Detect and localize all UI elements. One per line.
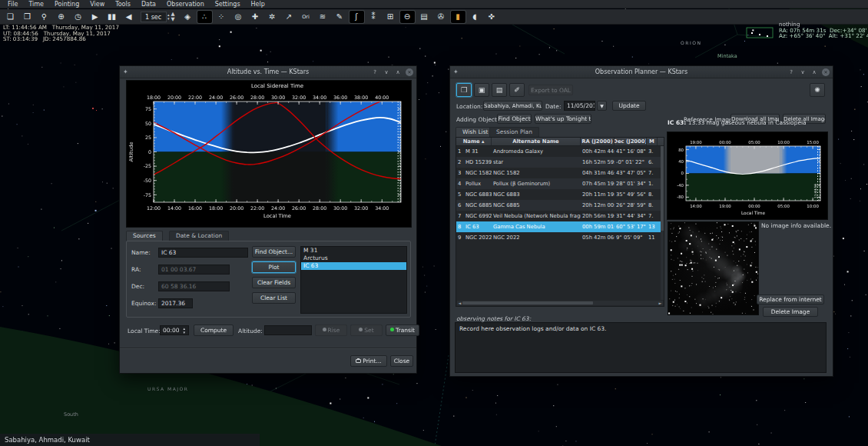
geo-location-icon[interactable]: ⊕ (54, 11, 68, 23)
table-row[interactable]: 7NGC 6992Veil Nebula (Network Nebula fra… (456, 211, 664, 221)
zoom-fit-icon[interactable]: ❏ (3, 11, 18, 23)
spinner-arrows-icon[interactable]: ▴▾ (182, 327, 186, 334)
object-list[interactable]: M 31ArcturusIC 63 (300, 246, 407, 314)
menu-file[interactable]: File (2, 1, 23, 8)
wizard-button[interactable]: ✐ (509, 83, 525, 97)
local-time-spinner[interactable]: 00:00 ▴▾ (160, 325, 189, 335)
horizontal-scrollbar[interactable]: ◄ ► (457, 301, 663, 305)
tab-date-location[interactable]: Date & Location (169, 231, 229, 241)
pause-time-icon[interactable]: ▮▮ (104, 11, 119, 23)
update-button[interactable]: Update (612, 101, 646, 111)
table-row[interactable]: 3NGC 1582NGC 158204h 31m 46s43° 47' 05"7… (456, 168, 664, 178)
altvstime-plot[interactable]: 12:0014:0016:0018:0020:0022:0024:0026:00… (126, 80, 412, 228)
compute-button[interactable]: Compute (194, 325, 234, 336)
whats-up-tonight-button[interactable]: What's up Tonight tool (535, 114, 591, 124)
scrollbar-thumb[interactable] (661, 146, 664, 231)
save-as-button[interactable]: ▤ (492, 83, 507, 97)
plot-button[interactable]: Plot (252, 261, 296, 273)
object-list-item[interactable]: M 31 (301, 247, 406, 255)
toggle-labels-icon[interactable]: ▤ (417, 11, 432, 23)
table-row[interactable]: 9NGC 2022NGC 202205h 42m 06s9° 05' 09"11 (456, 232, 664, 243)
shade-button[interactable]: ∨ (383, 68, 390, 76)
planner-titlebar[interactable]: ✦ Observation Planner — KStars ? ∨ ∧ ✕ (450, 66, 833, 78)
table-row[interactable]: 5NGC 6883NGC 688320h 11m 19s35° 49' 56"8… (456, 189, 664, 200)
table-row[interactable]: 8IC 63Gamma Cas Nebula00h 59m 01s60° 53'… (456, 221, 664, 232)
table-row[interactable]: 2HD 152391star16h 52m 59s-0° 01' 22"6. (456, 157, 664, 168)
object-list-item[interactable]: IC 63 (301, 262, 406, 270)
table-row[interactable]: 1M 31Andromeda Galaxy00h 42m 44s41° 16' … (456, 146, 664, 157)
toggle-stars-icon[interactable]: ∴ (197, 11, 212, 23)
toggle-ecliptic-icon[interactable]: ⊖ (400, 11, 415, 23)
scroll-left-icon[interactable]: ◄ (457, 301, 462, 305)
lock-frame-icon[interactable]: ✇ (434, 11, 449, 23)
maximize-button[interactable]: ∧ (810, 68, 818, 76)
help-button[interactable]: ? (787, 68, 795, 76)
menu-time[interactable]: Time (23, 1, 49, 8)
vertical-scrollbar[interactable] (661, 146, 664, 300)
toggle-deep-sky-icon[interactable]: ◎ (231, 11, 246, 23)
advance-time-icon[interactable]: ▶ (88, 11, 102, 23)
object-image[interactable] (668, 221, 759, 315)
dec-input[interactable]: 60 58 36.16 (158, 281, 230, 291)
toggle-constellation-art-icon[interactable]: ✎ (333, 11, 347, 23)
time-step-value[interactable]: 1 sec (141, 12, 167, 22)
toggle-grid-icon[interactable]: ⊞ (383, 11, 398, 23)
menu-observation[interactable]: Observation (161, 1, 210, 8)
altvstime-chart[interactable]: 12:0014:0016:0018:0020:0022:0024:0026:00… (127, 81, 411, 227)
find-object-icon[interactable]: ⚲ (37, 11, 51, 23)
print-button[interactable]: Print... (350, 355, 387, 367)
night-vision-icon[interactable]: ◖ (468, 11, 482, 23)
toggle-constellation-names-icon[interactable]: Ori (299, 11, 313, 23)
menu-data[interactable]: Data (136, 1, 161, 8)
open-list-button[interactable]: ❒ (456, 83, 472, 97)
find-object-button[interactable]: Find Object (497, 114, 532, 124)
toggle-comets-icon[interactable]: ↗ (282, 11, 297, 23)
wishlist-table[interactable]: Name ▴Alternate NameRA (J2000)Dec (J2000… (456, 137, 664, 307)
color-scheme-icon[interactable]: ▮ (451, 11, 465, 23)
column-header[interactable]: Dec (J2000) (615, 138, 647, 145)
table-row[interactable]: 4PolluxPollux (β Geminorum)07h 45m 19s28… (456, 178, 664, 189)
scroll-right-icon[interactable]: ► (658, 301, 663, 305)
close-icon[interactable]: ✕ (406, 68, 413, 76)
column-header[interactable]: M (647, 138, 658, 145)
menu-tools[interactable]: Tools (110, 1, 136, 8)
table-body[interactable]: 1M 31Andromeda Galaxy00h 42m 44s41° 16' … (456, 146, 664, 243)
settings-button[interactable]: ✺ (810, 83, 825, 97)
menu-settings[interactable]: Settings (210, 1, 246, 8)
location-button[interactable]: Sabahiya, Ahmadi, Kuwait (483, 101, 542, 111)
object-list-item[interactable]: Arcturus (301, 255, 406, 262)
toggle-ground-icon[interactable]: ʃ (350, 11, 364, 23)
track-object-icon[interactable]: ◈ (181, 11, 195, 23)
clear-fields-button[interactable]: Clear Fields (252, 277, 296, 288)
toggle-asteroids-icon[interactable]: ⁑ (366, 11, 381, 23)
delete-image-button[interactable]: Delete Image (763, 307, 818, 317)
local-time-value[interactable]: 00:00 (163, 326, 180, 335)
clear-list-button[interactable]: Clear List (252, 292, 296, 304)
step-back-icon[interactable]: ◀ (121, 11, 136, 23)
notes-textarea[interactable]: Record here observation logs and/or data… (455, 322, 827, 373)
name-input[interactable]: IC 63 (158, 248, 248, 258)
shade-button[interactable]: ∨ (799, 68, 807, 76)
toggle-supernovae-icon[interactable]: ✲ (265, 11, 280, 23)
date-input[interactable]: 11/05/2017 (564, 101, 595, 111)
replace-from-internet-button[interactable]: Replace from internet (757, 295, 824, 305)
altvstime-titlebar[interactable]: ✦ Altitude vs. Time — KStars ? ∨ ∧ ✕ (120, 66, 416, 78)
date-dropdown-button[interactable]: ▼ (597, 101, 607, 111)
column-header[interactable]: RA (J2000) (581, 138, 615, 145)
toggle-milkyway-icon[interactable]: ≋ (316, 11, 330, 23)
column-header[interactable]: Name ▴ (456, 138, 492, 145)
toggle-planets-icon[interactable]: ✚ (248, 11, 263, 23)
close-dialog-button[interactable]: Close (390, 355, 413, 367)
column-header[interactable]: Alternate Name (492, 138, 581, 145)
time-step-widget[interactable]: 1 sec▴▾▲▼ (141, 12, 176, 22)
set-time-icon[interactable]: ◷ (71, 11, 85, 23)
toggle-constellation-lines-icon[interactable]: ⁘ (214, 11, 229, 23)
time-step-unit-spinner-icon[interactable]: ▲▼ (171, 12, 176, 22)
transit-button[interactable]: Transit (386, 325, 419, 336)
altitude-input[interactable] (264, 325, 312, 335)
menu-pointing[interactable]: Pointing (49, 1, 84, 8)
table-header-row[interactable]: Name ▴Alternate NameRA (J2000)Dec (J2000… (456, 138, 664, 146)
ra-input[interactable]: 01 00 03.67 (158, 265, 230, 275)
menu-help[interactable]: Help (246, 1, 270, 8)
help-button[interactable]: ? (371, 68, 379, 76)
